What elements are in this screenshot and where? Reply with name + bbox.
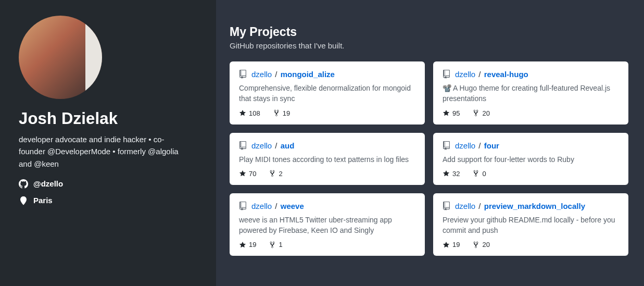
forks-stat: 1 [269,241,282,248]
slash: / [272,141,281,150]
slash: / [272,70,281,79]
repo-icon [239,70,247,79]
forks-stat: 2 [269,170,282,178]
forks-count: 20 [482,109,489,117]
forks-stat: 0 [472,170,486,178]
fork-icon [472,170,479,177]
repo-name[interactable]: mongoid_alize [281,70,335,79]
star-icon [443,241,450,248]
stars-stat: 19 [443,241,460,248]
repo-icon [443,141,450,150]
forks-stat: 20 [472,241,489,248]
fork-icon [472,109,479,117]
stars-count: 32 [452,170,460,178]
project-card[interactable]: dzello / fourAdd support for four-letter… [433,133,628,185]
repo-stats: 9520 [443,109,619,117]
star-icon [443,170,450,177]
repo-icon [443,70,450,79]
repo-name[interactable]: preview_markdown_locally [484,202,585,210]
section-subtitle: GitHub repositories that I've built. [230,41,628,50]
project-card[interactable]: dzello / mongoid_alizeComprehensive, fle… [230,61,425,125]
stars-count: 95 [452,109,460,117]
repo-description: Comprehensive, flexible denormalization … [239,83,415,104]
repo-owner[interactable]: dzello [455,70,475,79]
project-card[interactable]: dzello / preview_markdown_locallyPreview… [433,193,628,256]
repo-owner[interactable]: dzello [455,202,475,210]
stars-stat: 108 [239,109,260,117]
stars-stat: 70 [239,170,256,178]
fork-icon [269,241,276,248]
fork-icon [273,109,280,117]
stars-stat: 32 [443,170,460,178]
svg-point-0 [22,198,24,201]
project-card[interactable]: dzello / reveal-hugo📽️ A Hugo theme for … [433,61,628,125]
forks-count: 0 [482,170,486,178]
fork-icon [472,241,479,248]
star-icon [239,241,246,248]
star-icon [239,109,246,117]
profile-name: Josh Dzielak [19,109,197,128]
github-handle: @dzello [33,179,63,188]
repo-stats: 1920 [443,241,619,248]
repo-name[interactable]: four [484,141,499,150]
forks-count: 19 [283,109,290,117]
card-title: dzello / aud [239,141,415,150]
repo-stats: 191 [239,241,415,248]
card-title: dzello / weeve [239,202,415,210]
repo-owner[interactable]: dzello [251,70,272,79]
repo-description: Play MIDI tones according to text patter… [239,154,415,165]
main-content: My Projects GitHub repositories that I'v… [216,0,644,286]
stars-stat: 19 [239,241,256,248]
repo-icon [239,202,247,210]
repo-stats: 320 [443,170,619,178]
github-icon [19,179,28,189]
profile-bio: developer advocate and indie hacker • co… [19,133,191,170]
project-card[interactable]: dzello / audPlay MIDI tones according to… [230,133,425,185]
star-icon [443,109,450,117]
slash: / [475,70,484,79]
repo-owner[interactable]: dzello [455,141,475,150]
repo-icon [443,202,450,210]
avatar [19,16,102,99]
profile-sidebar: Josh Dzielak developer advocate and indi… [0,0,216,286]
repo-name[interactable]: weeve [281,202,304,210]
location-row: Paris [19,196,197,205]
card-title: dzello / preview_markdown_locally [443,202,619,210]
forks-count: 1 [279,241,282,248]
github-link[interactable]: @dzello [19,179,197,189]
card-title: dzello / four [443,141,619,150]
stars-count: 19 [452,241,460,248]
repo-stats: 10819 [239,109,415,117]
repo-description: 📽️ A Hugo theme for creating full-featur… [443,83,619,104]
card-title: dzello / mongoid_alize [239,70,415,79]
stars-count: 70 [249,170,256,178]
stars-count: 19 [249,241,256,248]
slash: / [475,202,484,210]
section-title: My Projects [230,25,628,39]
repo-owner[interactable]: dzello [251,202,272,210]
stars-count: 108 [249,109,260,117]
repo-stats: 702 [239,170,415,178]
repo-description: weeve is an HTML5 Twitter uber-streaming… [239,215,415,236]
repo-description: Preview your github README.md locally - … [443,215,619,236]
fork-icon [269,170,276,177]
location-icon [19,196,28,205]
repo-name[interactable]: aud [281,141,295,150]
card-title: dzello / reveal-hugo [443,70,619,79]
forks-stat: 19 [273,109,290,117]
stars-stat: 95 [443,109,460,117]
forks-count: 20 [482,241,489,248]
repo-owner[interactable]: dzello [251,141,272,150]
project-card[interactable]: dzello / weeveweeve is an HTML5 Twitter … [230,193,425,256]
location-text: Paris [33,196,53,205]
repo-icon [239,141,247,150]
projects-grid: dzello / mongoid_alizeComprehensive, fle… [230,61,628,256]
slash: / [475,141,484,150]
forks-stat: 20 [472,109,489,117]
repo-name[interactable]: reveal-hugo [484,70,528,79]
star-icon [239,170,246,177]
slash: / [272,202,281,210]
forks-count: 2 [279,170,282,178]
repo-description: Add support for four-letter words to Rub… [443,154,619,165]
